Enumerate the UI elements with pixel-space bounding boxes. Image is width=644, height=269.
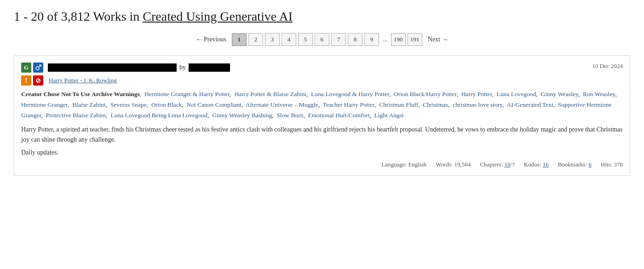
work-subheader: ! ⊘ Harry Potter - J. K. Rowling bbox=[21, 75, 623, 86]
page-btn-9[interactable]: 9 bbox=[364, 33, 379, 46]
tag-char-7[interactable]: Severus Snape bbox=[110, 101, 147, 108]
tag-emotional-hurt[interactable]: Emotional Hurt/Comfort bbox=[308, 112, 370, 119]
svg-point-0 bbox=[36, 67, 39, 70]
tag-relationship-3[interactable]: Luna Lovegood & Harry Potter bbox=[311, 91, 389, 97]
page-btn-7[interactable]: 7 bbox=[331, 33, 346, 46]
fandom-link[interactable]: Harry Potter - J. K. Rowling bbox=[49, 77, 117, 84]
tag-relationship-4[interactable]: Orion Black/Harry Potter bbox=[394, 91, 457, 97]
tag-light-angst[interactable]: Light Angst bbox=[374, 112, 404, 119]
pagination: ← Previous 1 2 3 4 5 6 7 8 9 ... 190 191… bbox=[14, 33, 630, 46]
work-header-left: G by bbox=[21, 63, 230, 73]
tag-xmas-love[interactable]: christmas love story bbox=[453, 101, 502, 108]
work-header: G by 10 Dec 2024 bbox=[21, 63, 623, 73]
work-notes: Daily updates. bbox=[21, 149, 623, 156]
page-btn-2[interactable]: 2 bbox=[248, 33, 263, 46]
not-rated-icon: ⊘ bbox=[33, 75, 43, 86]
icon-row-bottom: ! ⊘ bbox=[21, 75, 43, 86]
tag-char-6[interactable]: Blaise Zabini bbox=[72, 101, 105, 108]
bookmarks-stat: Bookmarks: 6 bbox=[558, 161, 592, 168]
work-date: 10 Dec 2024 bbox=[592, 63, 623, 70]
work-listing: G by 10 Dec 2024 bbox=[14, 55, 630, 176]
tag-not-canon[interactable]: Not Canon Compliant bbox=[186, 101, 241, 108]
prev-button[interactable]: ← Previous bbox=[192, 34, 230, 45]
category-icon bbox=[33, 63, 43, 73]
chapters-stat: Chapters: 10/? bbox=[480, 161, 514, 168]
tag-char-4[interactable]: Ron Weasley bbox=[583, 91, 615, 97]
tag-relationship-2[interactable]: Harry Potter & Blaise Zabini bbox=[234, 91, 306, 97]
page-btn-1[interactable]: 1 bbox=[232, 33, 247, 46]
work-footer: Language: English Words: 19,564 Chapters… bbox=[21, 161, 623, 168]
page-btn-191[interactable]: 191 bbox=[408, 33, 422, 46]
work-tags: Creator Chose Not To Use Archive Warning… bbox=[21, 89, 623, 121]
title-prefix: 1 - 20 of 3,812 Works in bbox=[14, 9, 143, 23]
tag-char-1[interactable]: Harry Potter bbox=[461, 91, 492, 97]
rating-icon: G bbox=[21, 63, 31, 73]
tag-char-5[interactable]: Hermione Granger bbox=[21, 101, 68, 108]
tag-au-muggle[interactable]: Alternate Universe – Muggle bbox=[246, 101, 318, 108]
tag-protective-blaise[interactable]: Protective Blaise Zabini bbox=[46, 112, 106, 119]
tag-warning: Creator Chose Not To Use Archive Warning… bbox=[21, 91, 140, 97]
tag-teacher[interactable]: Teacher Harry Potter bbox=[323, 101, 374, 108]
page-btn-6[interactable]: 6 bbox=[315, 33, 329, 46]
page-btn-4[interactable]: 4 bbox=[282, 33, 296, 46]
work-title-area: by bbox=[48, 63, 230, 72]
work-title-redacted bbox=[48, 63, 177, 72]
tag-ginny-bashing[interactable]: Ginny Weasley Bashing bbox=[212, 112, 272, 119]
pagination-ellipsis: ... bbox=[381, 36, 389, 43]
page-btn-8[interactable]: 8 bbox=[348, 33, 362, 46]
tag-christmas[interactable]: Christmas bbox=[423, 101, 448, 108]
language-stat: Language: English bbox=[381, 161, 426, 168]
tag-char-2[interactable]: Luna Lovegood bbox=[497, 91, 536, 97]
tag-char-3[interactable]: Ginny Weasley bbox=[541, 91, 578, 97]
work-author-redacted bbox=[189, 63, 230, 72]
by-label: by bbox=[179, 64, 186, 71]
chapters-link[interactable]: 10 bbox=[504, 161, 510, 168]
next-button[interactable]: Next → bbox=[424, 34, 452, 45]
page-btn-3[interactable]: 3 bbox=[265, 33, 280, 46]
kudos-stat: Kudos: 16 bbox=[524, 161, 549, 168]
tag-char-8[interactable]: Orion Black bbox=[151, 101, 182, 108]
tag-ai-text[interactable]: AI-Generated Text bbox=[507, 101, 553, 108]
warning-icon: ! bbox=[21, 75, 31, 86]
bookmarks-link[interactable]: 6 bbox=[588, 161, 592, 168]
tag-xmas-fluff[interactable]: Christmas Fluff bbox=[379, 101, 418, 108]
title-link[interactable]: Created Using Generative AI bbox=[143, 9, 293, 23]
page-btn-5[interactable]: 5 bbox=[298, 33, 313, 46]
kudos-link[interactable]: 16 bbox=[543, 161, 549, 168]
words-stat: Words: 19,564 bbox=[436, 161, 471, 168]
tag-luna-being-luna[interactable]: Luna Lovegood Being Luna Lovegood bbox=[110, 112, 207, 119]
tag-slow-burn[interactable]: Slow Burn bbox=[276, 112, 303, 119]
work-fandom: Harry Potter - J. K. Rowling bbox=[49, 77, 117, 84]
work-summary: Harry Potter, a spirited art teacher, fi… bbox=[21, 125, 623, 145]
hits-stat: Hits: 378 bbox=[601, 161, 623, 168]
page-title: 1 - 20 of 3,812 Works in Created Using G… bbox=[14, 9, 630, 24]
tag-relationship-1[interactable]: Hermione Granger & Harry Potter bbox=[144, 91, 230, 97]
icon-row-top: G bbox=[21, 63, 43, 73]
page-btn-190[interactable]: 190 bbox=[391, 33, 406, 46]
